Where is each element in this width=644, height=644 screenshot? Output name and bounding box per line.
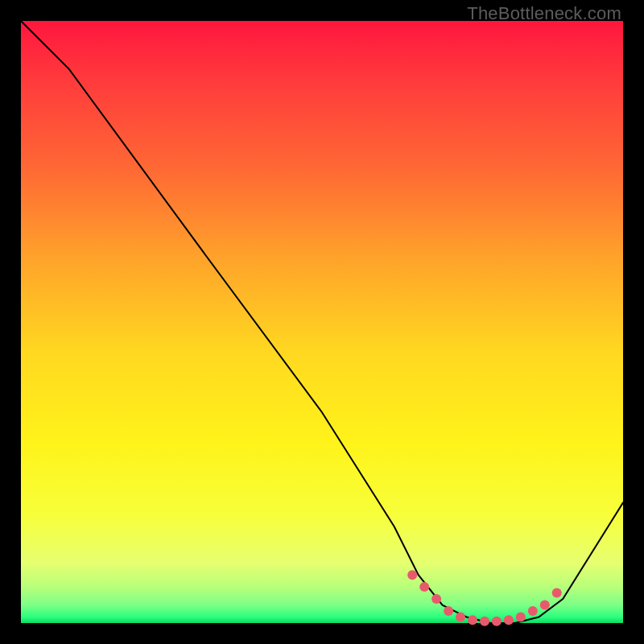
optimal-dot [540,601,550,610]
optimal-dot [528,606,538,616]
chart-frame: TheBottleneck.com [0,0,644,644]
watermark-text: TheBottleneck.com [467,3,621,24]
optimal-dot [407,570,417,580]
optimal-dot [431,594,441,604]
optimal-dot [480,617,489,626]
optimal-dot [444,606,453,616]
optimal-dot [504,615,514,625]
optimal-dot [552,588,562,598]
optimal-dot [516,613,526,622]
optimal-dot [456,613,465,622]
bottleneck-curve [21,21,623,623]
optimal-dot [468,615,477,625]
chart-svg [21,21,623,623]
optimal-dot [419,582,429,592]
optimal-dot [492,617,502,626]
chart-plot-area [21,21,623,623]
